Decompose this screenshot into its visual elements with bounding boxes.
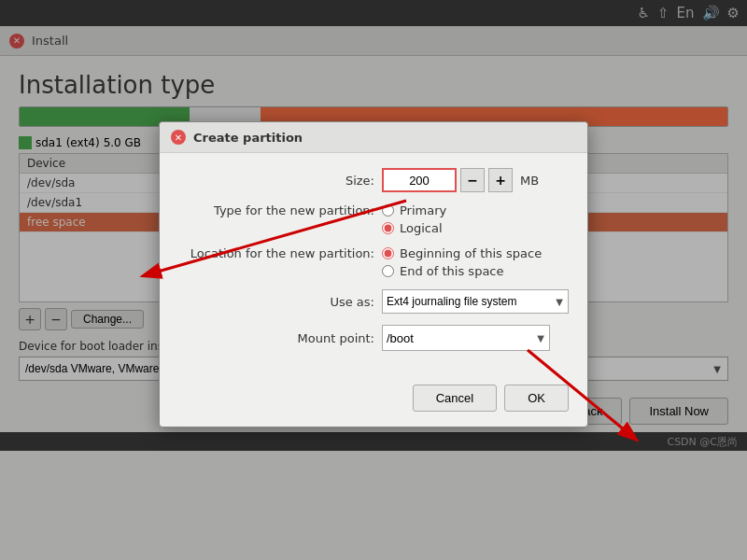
size-control: − + MB <box>382 168 569 192</box>
type-label: Type for the new partition: <box>178 203 374 217</box>
type-logical-option[interactable]: Logical <box>382 221 569 235</box>
mount-point-select-wrapper: /boot ▼ <box>382 325 550 351</box>
use-as-select-wrapper: Ext4 journaling file system ▼ <box>382 289 569 314</box>
location-beginning-option[interactable]: Beginning of this space <box>382 246 569 260</box>
dialog-title-bar: ✕ Create partition <box>160 122 587 153</box>
type-logical-label: Logical <box>400 221 443 235</box>
size-row: Size: − + MB <box>178 168 569 192</box>
type-row: Type for the new partition: Primary Logi… <box>178 203 569 235</box>
use-as-select[interactable]: Ext4 journaling file system <box>382 289 569 314</box>
dialog-close-button[interactable]: ✕ <box>171 130 186 145</box>
type-primary-radio[interactable] <box>382 204 394 217</box>
create-partition-dialog: ✕ Create partition Size: − + MB Type <box>159 121 588 427</box>
modal-overlay: ✕ Create partition Size: − + MB Type <box>0 0 747 560</box>
use-as-label: Use as: <box>178 295 374 309</box>
type-primary-option[interactable]: Primary <box>382 203 569 217</box>
mount-point-control: /boot ▼ <box>382 325 569 351</box>
dialog-footer: Cancel OK <box>160 377 587 427</box>
location-end-label: End of this space <box>400 264 504 278</box>
location-beginning-radio[interactable] <box>382 247 394 259</box>
use-as-row: Use as: Ext4 journaling file system ▼ <box>178 289 569 314</box>
dialog-title: Create partition <box>193 131 303 145</box>
location-label: Location for the new partition: <box>178 246 374 260</box>
size-unit-label: MB <box>520 174 539 188</box>
location-end-option[interactable]: End of this space <box>382 264 569 278</box>
mount-point-row: Mount point: /boot ▼ <box>178 325 569 351</box>
location-radio-group: Beginning of this space End of this spac… <box>382 246 569 278</box>
size-label: Size: <box>178 174 374 188</box>
mount-point-label: Mount point: <box>178 331 374 345</box>
type-logical-radio[interactable] <box>382 222 394 234</box>
mount-point-select[interactable]: /boot <box>382 325 550 351</box>
type-radio-group: Primary Logical <box>382 203 569 235</box>
location-beginning-label: Beginning of this space <box>400 246 542 260</box>
use-as-control: Ext4 journaling file system ▼ <box>382 289 569 314</box>
dialog-cancel-button[interactable]: Cancel <box>413 385 497 412</box>
dialog-ok-button[interactable]: OK <box>504 385 569 412</box>
size-input[interactable] <box>382 168 457 192</box>
dialog-body: Size: − + MB Type for the new partition: <box>160 153 587 377</box>
size-input-group: − + MB <box>382 168 569 192</box>
type-primary-label: Primary <box>400 203 446 217</box>
location-row: Location for the new partition: Beginnin… <box>178 246 569 278</box>
size-decrease-button[interactable]: − <box>460 168 485 192</box>
location-end-radio[interactable] <box>382 265 394 277</box>
size-increase-button[interactable]: + <box>488 168 513 192</box>
